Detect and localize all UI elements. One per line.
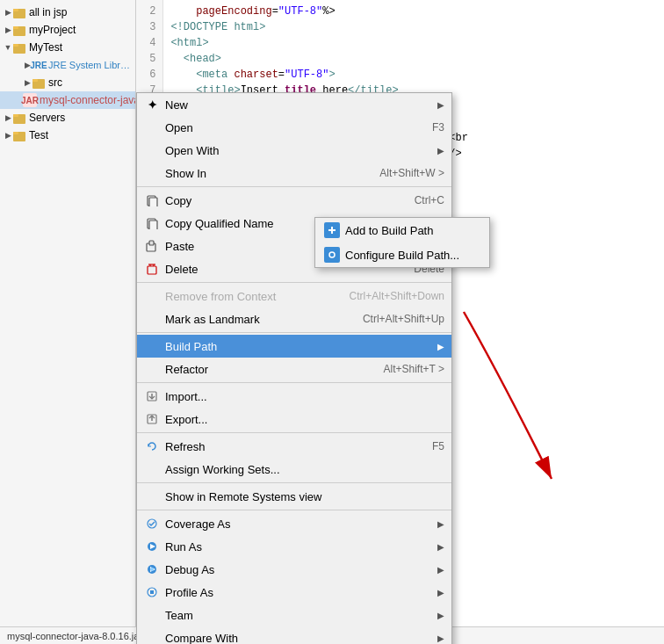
line-num: 4 <box>143 35 155 51</box>
svg-rect-17 <box>149 241 154 245</box>
line-num: 5 <box>143 51 155 67</box>
line-num: 3 <box>143 19 155 35</box>
menu-item-import[interactable]: Import... <box>137 385 451 408</box>
tree-item-all-in-jsp[interactable]: ▶ all in jsp <box>0 4 135 21</box>
svg-point-31 <box>150 568 154 571</box>
tree-item-servers[interactable]: ▶ Servers <box>0 109 135 127</box>
separator-1 <box>137 186 451 187</box>
menu-item-configure-build-path[interactable]: Configure Build Path... <box>315 242 489 267</box>
shortcut-mark-landmark: Ctrl+Alt+Shift+Up <box>363 313 444 325</box>
import-icon <box>144 388 160 404</box>
context-menu: ✦ New ▶ Open F3 Open With ▶ Show In Alt+… <box>136 92 452 644</box>
folder-icon-src <box>32 76 46 90</box>
menu-label-build-path: Build Path <box>165 340 437 353</box>
menu-item-refresh[interactable]: Refresh F5 <box>137 435 451 458</box>
project-icon-mytest <box>12 40 26 54</box>
shortcut-refactor: Alt+Shift+T > <box>384 363 445 375</box>
menu-item-open[interactable]: Open F3 <box>137 116 451 139</box>
menu-item-debug-as[interactable]: Debug As ▶ <box>137 558 451 581</box>
menu-item-export[interactable]: Export... <box>137 408 451 431</box>
menu-label-coverage-as: Coverage As <box>165 517 437 531</box>
svg-rect-11 <box>13 132 18 134</box>
svg-rect-3 <box>13 26 18 29</box>
code-line: pageEncoding="UTF-8"%> <box>170 4 657 19</box>
show-in-icon <box>144 165 160 181</box>
menu-label-add-to-build-path: Add to Build Path <box>345 224 480 237</box>
tree-label-mysql-jar: mysql-connector-java-8.0.16.jar <box>40 94 135 106</box>
tree-item-mysql-jar[interactable]: JAR mysql-connector-java-8.0.16.jar <box>0 91 135 109</box>
project-explorer: ▶ all in jsp ▶ myProject ▼ MyTest ▶ JRE … <box>0 0 136 644</box>
project-icon <box>12 5 26 19</box>
submenu-arrow-build-path: ▶ <box>437 342 444 351</box>
tree-arrow-mytest: ▼ <box>4 43 12 52</box>
refresh-icon <box>144 438 160 454</box>
menu-label-export: Export... <box>165 413 444 426</box>
submenu-arrow-debug-as: ▶ <box>437 565 444 575</box>
tree-item-myproject[interactable]: ▶ myProject <box>0 21 135 39</box>
menu-label-profile-as: Profile As <box>165 586 437 599</box>
tree-arrow-test: ▶ <box>4 131 12 140</box>
code-line: <!DOCTYPE html> <box>170 19 657 35</box>
menu-item-open-with[interactable]: Open With ▶ <box>137 139 451 162</box>
submenu-arrow-run-as: ▶ <box>437 542 444 552</box>
menu-label-assign-working: Assign Working Sets... <box>165 463 444 476</box>
servers-icon <box>12 111 26 125</box>
menu-item-add-to-build-path[interactable]: Add to Build Path <box>315 218 489 242</box>
run-as-icon <box>144 539 160 554</box>
menu-item-compare-with[interactable]: Compare With ▶ <box>137 626 451 644</box>
svg-rect-18 <box>148 266 156 274</box>
tree-item-src[interactable]: ▶ src <box>0 74 135 91</box>
menu-item-show-in[interactable]: Show In Alt+Shift+W > <box>137 162 451 185</box>
tree-item-test[interactable]: ▶ Test <box>0 127 135 144</box>
build-path-submenu: Add to Build Path Configure Build Path..… <box>314 217 490 268</box>
tree-label-all-in-jsp: all in jsp <box>29 6 67 18</box>
build-path-icon <box>144 338 160 354</box>
tree-item-jre[interactable]: ▶ JRE JRE System Library [JavaSE-12] <box>0 56 135 74</box>
shortcut-show-in: Alt+Shift+W > <box>379 167 444 179</box>
configure-build-path-icon <box>324 247 340 263</box>
profile-as-icon <box>144 584 160 600</box>
svg-rect-5 <box>13 44 18 47</box>
tree-label-jre: JRE System Library [JavaSE-12] <box>48 60 132 70</box>
menu-item-new[interactable]: ✦ New ▶ <box>137 93 451 116</box>
tree-label-mytest: MyTest <box>29 41 62 54</box>
project-icon-test <box>12 128 26 142</box>
menu-item-mark-landmark[interactable]: Mark as Landmark Ctrl+Alt+Shift+Up <box>137 308 451 330</box>
menu-label-remove-context: Remove from Context <box>165 290 332 303</box>
menu-item-show-remote[interactable]: Show in Remote Systems view <box>137 485 451 508</box>
project-icon-myproject <box>12 23 26 37</box>
delete-icon <box>144 261 160 277</box>
svg-point-37 <box>327 250 337 260</box>
new-icon: ✦ <box>144 97 160 112</box>
menu-item-run-as[interactable]: Run As ▶ <box>137 535 451 558</box>
separator-7 <box>137 510 451 510</box>
jre-icon: JRE <box>32 58 46 72</box>
menu-item-team[interactable]: Team ▶ <box>137 604 451 626</box>
tree-arrow-myproject: ▶ <box>4 25 12 34</box>
code-line: <head> <box>170 51 657 67</box>
separator-6 <box>137 482 451 483</box>
tree-label-myproject: myProject <box>29 24 76 36</box>
menu-item-copy[interactable]: Copy Ctrl+C <box>137 189 451 212</box>
submenu-arrow-compare-with: ▶ <box>437 633 444 643</box>
menu-item-refactor[interactable]: Refactor Alt+Shift+T > <box>137 358 451 380</box>
show-remote-icon <box>144 488 160 504</box>
menu-item-profile-as[interactable]: Profile As ▶ <box>137 581 451 604</box>
menu-label-show-remote: Show in Remote Systems view <box>165 490 444 503</box>
menu-item-build-path[interactable]: Build Path ▶ <box>137 335 451 358</box>
svg-rect-13 <box>149 198 157 206</box>
debug-as-icon <box>144 561 160 577</box>
menu-label-open-with: Open With <box>165 144 437 157</box>
paste-icon <box>144 238 160 254</box>
shortcut-copy: Ctrl+C <box>415 194 444 206</box>
menu-label-new: New <box>165 98 437 112</box>
separator-5 <box>137 432 451 433</box>
menu-item-assign-working[interactable]: Assign Working Sets... <box>137 458 451 481</box>
tree-label-src: src <box>48 76 62 89</box>
menu-label-copy: Copy <box>165 194 397 207</box>
menu-item-remove-context[interactable]: Remove from Context Ctrl+Alt+Shift+Down <box>137 285 451 308</box>
remove-context-icon <box>144 288 160 304</box>
tree-item-mytest[interactable]: ▼ MyTest <box>0 39 135 56</box>
menu-item-coverage-as[interactable]: Coverage As ▶ <box>137 512 451 535</box>
submenu-arrow-open-with: ▶ <box>437 146 444 156</box>
